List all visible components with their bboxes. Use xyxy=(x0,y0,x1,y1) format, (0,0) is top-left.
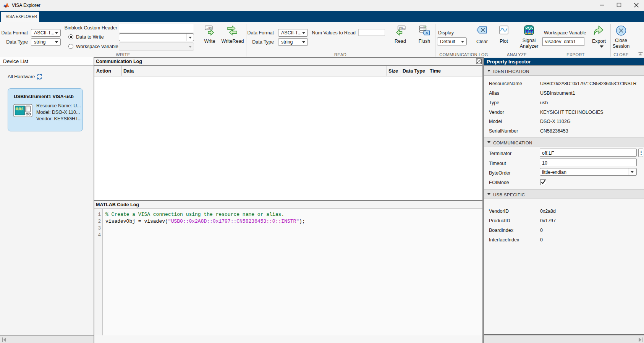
svg-text:I00: I00 xyxy=(399,27,403,29)
svg-text:00I: 00I xyxy=(209,27,212,29)
